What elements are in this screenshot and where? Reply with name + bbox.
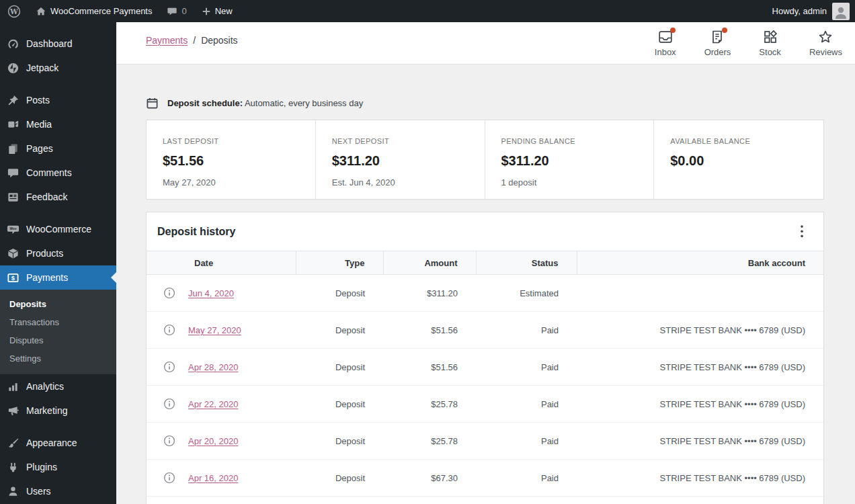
sidebar-item-label: Products — [26, 248, 63, 259]
activity-tab-stock[interactable]: Stock — [759, 29, 781, 57]
deposit-schedule-label: Deposit schedule: — [167, 98, 243, 108]
date-cell: Apr 22, 2020 — [147, 386, 296, 423]
summary-card-label: LAST DEPOSIT — [163, 137, 299, 145]
sidebar-item-label: Jetpack — [26, 62, 58, 73]
amount-cell: $25.78 — [383, 423, 476, 460]
users-icon — [6, 485, 19, 498]
date-cell: Jun 4, 2020 — [147, 275, 296, 312]
person-icon — [833, 4, 849, 20]
admin-bar-right: Howdy, admin — [772, 0, 855, 22]
sidebar-item-plugins[interactable]: Plugins — [0, 455, 116, 479]
sidebar-item-woocommerce[interactable]: WooWooCommerce — [0, 217, 116, 241]
orders-icon — [709, 29, 725, 45]
deposit-date-link[interactable]: Apr 22, 2020 — [188, 399, 238, 409]
sidebar-item-marketing[interactable]: Marketing — [0, 398, 116, 423]
sidebar-item-users[interactable]: Users — [0, 479, 116, 503]
pages-icon — [6, 142, 19, 155]
avatar[interactable] — [832, 3, 850, 20]
info-icon[interactable] — [163, 324, 175, 336]
sidebar-subitem-transactions[interactable]: Transactions — [0, 313, 116, 331]
deposit-date-link[interactable]: Apr 28, 2020 — [188, 362, 238, 372]
info-icon[interactable] — [163, 361, 175, 373]
sidebar-item-feedback[interactable]: Feedback — [0, 185, 116, 209]
svg-text:Woo: Woo — [9, 227, 16, 230]
menu-separator — [0, 209, 116, 217]
home-icon — [36, 6, 46, 17]
svg-text:W: W — [9, 7, 18, 15]
breadcrumb-payments-link[interactable]: Payments — [146, 35, 188, 46]
card-title: Deposit history — [157, 226, 235, 238]
sidebar-subitem-settings[interactable]: Settings — [0, 349, 116, 368]
summary-card-last-deposit: LAST DEPOSIT$51.56May 27, 2020 — [147, 120, 316, 199]
deposit-date-link[interactable]: Apr 20, 2020 — [188, 436, 238, 446]
sidebar-item-dashboard[interactable]: Dashboard — [0, 32, 116, 56]
sidebar-item-analytics[interactable]: Analytics — [0, 374, 116, 398]
column-header-type: Type — [296, 251, 383, 275]
bank-account-cell: STRIPE TEST BANK •••• 6789 (USD) — [577, 349, 823, 386]
activity-tab-orders[interactable]: Orders — [704, 29, 731, 57]
date-cell-inner: Apr 28, 2020 — [163, 361, 296, 373]
activity-tab-label: Inbox — [655, 47, 676, 57]
column-header-bank-account: Bank account — [577, 251, 823, 275]
summary-card-next-deposit: NEXT DEPOSIT$311.20Est. Jun 4, 2020 — [316, 120, 485, 199]
info-icon[interactable] — [163, 472, 175, 484]
deposit-schedule-value: Automatic, every business day — [245, 98, 363, 108]
date-cell-inner: Apr 16, 2020 — [163, 472, 296, 484]
date-cell-inner: Jun 4, 2020 — [163, 287, 296, 299]
summary-card-subtext — [670, 177, 807, 187]
marketing-icon — [6, 404, 19, 417]
analytics-icon — [6, 380, 19, 393]
wp-logo-button[interactable]: W — [0, 0, 28, 22]
new-button[interactable]: New — [194, 0, 240, 22]
comments-button[interactable]: 0 — [159, 0, 194, 22]
status-cell: Estimated — [476, 275, 577, 312]
summary-card-label: NEXT DEPOSIT — [332, 137, 469, 145]
bank-account-cell: STRIPE TEST BANK •••• 6789 (USD) — [577, 386, 823, 423]
sidebar-item-media[interactable]: Media — [0, 112, 116, 136]
sidebar-item-payments[interactable]: $Payments — [0, 265, 116, 290]
sidebar-subitem-deposits[interactable]: Deposits — [0, 295, 116, 313]
date-cell-inner: Apr 20, 2020 — [163, 435, 296, 447]
sidebar-item-products[interactable]: Products — [0, 241, 116, 265]
sidebar-item-posts[interactable]: Posts — [0, 88, 116, 112]
admin-bar: W WooCommerce Payments 0 New Howdy, admi… — [0, 0, 855, 22]
table-row: May 27, 2020Deposit$51.56PaidSTRIPE TEST… — [147, 312, 823, 349]
date-cell: Apr 20, 2020 — [147, 423, 296, 460]
deposit-history-header: Deposit history — [147, 212, 823, 251]
dashboard-icon — [6, 37, 19, 50]
sidebar-item-jetpack[interactable]: Jetpack — [0, 56, 116, 80]
breadcrumb: Payments / Deposits — [146, 35, 238, 51]
breadcrumb-current: Deposits — [201, 35, 237, 46]
sidebar-item-appearance[interactable]: Appearance — [0, 431, 116, 455]
type-cell: Deposit — [296, 312, 383, 349]
kebab-menu-button[interactable] — [798, 222, 806, 241]
date-cell: Apr 28, 2020 — [147, 349, 296, 386]
status-cell: Paid — [476, 386, 577, 423]
info-icon[interactable] — [163, 435, 175, 447]
info-icon[interactable] — [163, 287, 175, 299]
bank-account-cell: STRIPE TEST BANK •••• 6789 (USD) — [577, 423, 823, 460]
summary-card-value: $51.56 — [163, 153, 299, 169]
media-icon — [6, 118, 19, 131]
info-icon[interactable] — [163, 398, 175, 410]
type-cell: Deposit — [296, 460, 383, 497]
activity-tab-inbox[interactable]: Inbox — [655, 29, 676, 57]
sidebar-item-label: Posts — [26, 95, 50, 106]
activity-tab-reviews[interactable]: Reviews — [809, 29, 842, 57]
deposit-date-link[interactable]: Apr 16, 2020 — [188, 473, 238, 483]
payments-submenu: DepositsTransactionsDisputesSettings — [0, 290, 116, 374]
deposit-date-link[interactable]: Jun 4, 2020 — [188, 288, 234, 298]
deposit-history-card: Deposit history DateTypeAmountStatusBank… — [146, 212, 824, 504]
sidebar-subitem-disputes[interactable]: Disputes — [0, 331, 116, 349]
activity-tab-label: Stock — [759, 47, 781, 57]
plugins-icon — [6, 460, 19, 474]
howdy-menu[interactable]: Howdy, admin — [772, 6, 827, 16]
deposit-date-link[interactable]: May 27, 2020 — [188, 325, 241, 335]
site-name: WooCommerce Payments — [50, 6, 152, 16]
sidebar-item-pages[interactable]: Pages — [0, 136, 116, 161]
sidebar-item-label: Appearance — [26, 437, 77, 448]
site-link[interactable]: WooCommerce Payments — [28, 0, 159, 22]
sidebar-item-label: WooCommerce — [26, 224, 91, 235]
amount-cell: $51.56 — [383, 349, 476, 386]
sidebar-item-comments[interactable]: Comments — [0, 161, 116, 185]
